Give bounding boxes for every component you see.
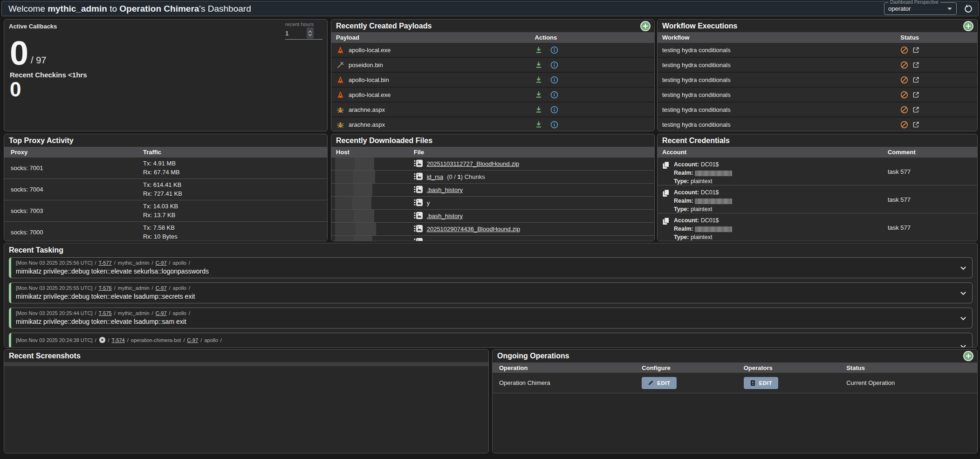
callback-link[interactable]: C-97	[156, 260, 167, 266]
expand-task-button[interactable]	[959, 342, 967, 348]
chevron-down-icon	[308, 34, 312, 36]
add-operation-button[interactable]	[963, 351, 973, 361]
panel-title: Recently Created Payloads	[336, 22, 432, 30]
recent-hours-label: recent hours	[285, 21, 322, 27]
copy-credential-button[interactable]	[662, 189, 670, 213]
expand-task-button[interactable]	[959, 289, 967, 297]
open-workflow-button[interactable]	[912, 62, 919, 69]
download-payload-button[interactable]	[535, 121, 542, 128]
file-row: 20251029074436_BloodHound.zip	[331, 223, 654, 236]
media-file-icon	[414, 212, 423, 221]
payload-info-button[interactable]	[550, 121, 558, 129]
panel-title: Ongoing Operations	[497, 352, 569, 360]
open-workflow-button[interactable]	[912, 106, 919, 113]
callback-link[interactable]: C-97	[187, 337, 199, 343]
workflow-row: testing hydra conditionals	[658, 88, 977, 103]
file-row: 20251103112727_BloodHound.zip	[331, 158, 654, 171]
open-workflow-button[interactable]	[912, 91, 919, 98]
task-id-link[interactable]: T-577	[99, 260, 112, 266]
app-bar: Welcome mythic_admin to Operation Chimer…	[1, 1, 979, 16]
proxy-rx: Rx: 10 Bytes	[143, 233, 178, 240]
refresh-button[interactable]	[963, 4, 973, 14]
task-operator: operation-chimera-bot	[131, 337, 181, 343]
payload-row: poseidon.bin	[331, 58, 654, 73]
download-payload-button[interactable]	[535, 91, 542, 98]
open-workflow-button[interactable]	[912, 121, 919, 128]
download-payload-button[interactable]	[535, 46, 542, 54]
copy-icon	[662, 161, 670, 169]
dashboard-perspective-select[interactable]: Dashboard Perspective operator	[884, 2, 957, 15]
download-payload-button[interactable]	[535, 61, 542, 69]
open-in-new-icon	[912, 121, 919, 128]
task-id-link[interactable]: T-574	[112, 337, 125, 343]
expand-task-button[interactable]	[959, 314, 967, 322]
callback-link[interactable]: C-97	[156, 285, 167, 291]
copy-credential-button[interactable]	[662, 217, 670, 241]
panel-title: Recent Screenshots	[9, 352, 81, 360]
host-redacted	[335, 171, 375, 183]
column-header: File	[414, 149, 424, 156]
callback-link[interactable]: C-97	[156, 310, 167, 316]
credential-comment: task 577	[888, 196, 911, 203]
number-stepper[interactable]	[307, 27, 314, 39]
task-operator: mythic_admin	[118, 285, 150, 291]
download-payload-button[interactable]	[535, 106, 542, 113]
file-link[interactable]: id_rsa	[427, 173, 443, 180]
recent-hours-input[interactable]	[285, 30, 307, 37]
task-row: [Mon Nov 03 2025 20:25:44 UTC]/T-575/myt…	[9, 308, 973, 329]
proxy-rx: Rx: 67.74 MB	[143, 169, 180, 176]
workflow-name: testing hydra conditionals	[662, 121, 731, 128]
file-link[interactable]: .bash_history	[427, 186, 463, 193]
workflow-row: testing hydra conditionals	[658, 73, 977, 88]
payload-info-button[interactable]	[550, 76, 558, 84]
expand-task-button[interactable]	[959, 264, 967, 272]
payload-info-button[interactable]	[550, 106, 558, 114]
payload-row: apollo-local.bin	[331, 73, 654, 88]
recent-checkins-label: Recent Checkins <1hrs	[10, 71, 87, 79]
apollo-agent-icon	[336, 90, 344, 99]
file-link[interactable]: 20251103112727_BloodHound.zip	[427, 160, 519, 167]
open-workflow-button[interactable]	[912, 47, 919, 54]
file-row: .bash_history	[331, 210, 654, 223]
open-workflow-button[interactable]	[912, 76, 919, 83]
workflow-row: testing hydra conditionals	[658, 43, 977, 58]
recent-tasking-panel: Recent Tasking [Mon Nov 03 2025 20:25:56…	[4, 243, 978, 348]
payload-row: arachne.aspx	[331, 117, 654, 131]
add-payload-button[interactable]	[640, 21, 651, 31]
plus-icon	[643, 23, 648, 29]
pencil-icon	[648, 380, 654, 386]
add-workflow-button[interactable]	[963, 21, 973, 31]
column-header: Status	[846, 364, 865, 371]
workflow-executions-panel: Workflow Executions Workflow Status test…	[657, 19, 978, 131]
proxy-row: socks: 7001 Tx: 4.91 MBRx: 67.74 MB	[4, 158, 327, 179]
copy-credential-button[interactable]	[662, 161, 670, 185]
configure-operation-button[interactable]: EDIT	[642, 377, 676, 389]
apollo-agent-icon	[336, 46, 344, 54]
chevron-down-icon	[947, 7, 953, 11]
file-link[interactable]: 20251029074436_BloodHound.zip	[427, 226, 520, 233]
edit-operators-button[interactable]: EDIT	[744, 377, 778, 389]
payload-info-button[interactable]	[550, 91, 558, 99]
workflow-row: testing hydra conditionals	[658, 117, 977, 131]
open-in-new-icon	[912, 47, 919, 54]
workflow-name: testing hydra conditionals	[662, 91, 731, 98]
chevron-down-icon	[959, 289, 967, 297]
info-icon	[550, 61, 558, 69]
payload-info-button[interactable]	[550, 61, 558, 69]
proxy-rx: Rx: 727.41 KB	[143, 190, 182, 197]
task-id-link[interactable]: T-575	[99, 310, 112, 316]
payload-info-button[interactable]	[550, 46, 558, 54]
play-circle-icon	[99, 336, 106, 343]
media-file-icon	[414, 199, 423, 208]
workflow-name: testing hydra conditionals	[662, 106, 731, 113]
file-link[interactable]: y	[427, 199, 430, 206]
active-callback-count: 0	[10, 37, 28, 69]
workflow-name: testing hydra conditionals	[662, 62, 731, 69]
file-link[interactable]: .bash_history	[427, 212, 463, 219]
task-id-link[interactable]: T-576	[99, 285, 112, 291]
screenshots-empty-area	[4, 366, 488, 453]
page-title: Welcome mythic_admin to Operation Chimer…	[8, 4, 251, 14]
download-payload-button[interactable]	[535, 76, 542, 83]
play-task-button[interactable]	[99, 336, 106, 343]
credential-row: Account: DC01$Realm: Type: plaintext tas…	[658, 158, 977, 185]
